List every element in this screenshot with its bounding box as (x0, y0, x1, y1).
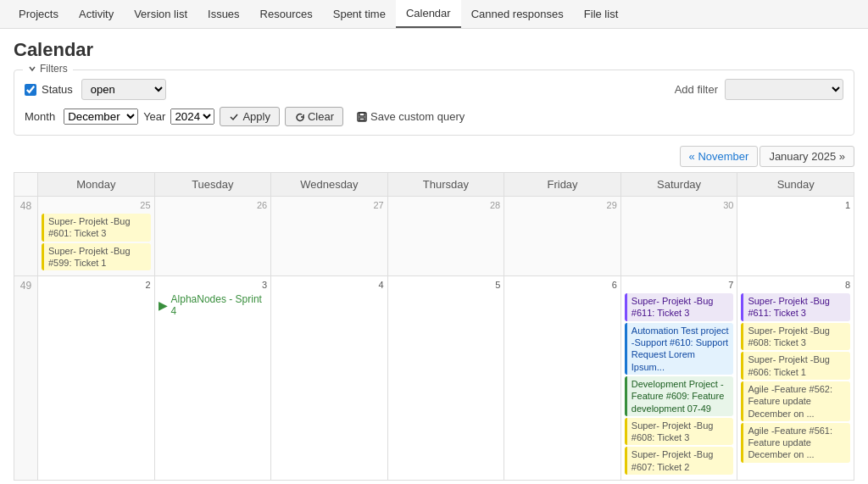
calendar-day: 1 (737, 197, 854, 276)
page-content: Calendar Filters Add filter Status open … (0, 29, 868, 484)
nav-resources[interactable]: Resources (250, 1, 323, 27)
calendar-event[interactable]: Super- Projekt -Bug #606: Ticket 1 (741, 352, 850, 380)
apply-button[interactable]: Apply (220, 107, 280, 126)
day-number: 8 (741, 280, 850, 290)
calendar-event[interactable]: Super- Projekt -Bug #599: Ticket 1 (42, 243, 151, 271)
nav-projects[interactable]: Projects (8, 1, 69, 27)
calendar-day: 27 (271, 197, 388, 276)
week-num-header (14, 173, 38, 197)
clear-label: Clear (308, 110, 334, 123)
calendar-event[interactable]: Super- Projekt -Bug #611: Ticket 3 (625, 293, 734, 321)
sprint-item[interactable]: ▶AlphaNodes - Sprint 4 (159, 293, 268, 317)
nav-issues[interactable]: Issues (198, 1, 250, 27)
header-wednesday: Wednesday (271, 173, 388, 197)
day-number: 26 (159, 200, 268, 210)
month-select[interactable]: JanuaryFebruaryMarchApril MayJuneJulyAug… (64, 108, 138, 125)
day-number: 1 (741, 200, 850, 210)
calendar-event[interactable]: Automation Test project -Support #610: S… (625, 323, 734, 375)
add-filter-label: Add filter (675, 83, 718, 96)
save-query-button[interactable]: Save custom query (348, 108, 473, 125)
header-saturday: Saturday (620, 173, 737, 197)
nav-canned-responses[interactable]: Canned responses (461, 1, 574, 27)
calendar-event[interactable]: Super- Projekt -Bug #608: Ticket 3 (625, 418, 734, 446)
header-tuesday: Tuesday (154, 173, 271, 197)
next-month-link[interactable]: January 2025 » (760, 146, 854, 167)
year-label: Year (143, 110, 165, 123)
nav-version-list[interactable]: Version list (124, 1, 198, 27)
nav-file-list[interactable]: File list (574, 1, 628, 27)
header-thursday: Thursday (387, 173, 504, 197)
calendar-table: Monday Tuesday Wednesday Thursday Friday… (14, 172, 854, 481)
calendar-day: 3▶AlphaNodes - Sprint 4 (154, 276, 271, 481)
calendar-day: 30 (620, 197, 737, 276)
calendar-event[interactable]: Super- Projekt -Bug #607: Ticket 2 (625, 447, 734, 475)
calendar-day: 4 (271, 276, 388, 481)
prev-month-link[interactable]: « November (680, 146, 759, 167)
nav-spent-time[interactable]: Spent time (323, 1, 396, 27)
day-number: 4 (275, 280, 384, 290)
header-friday: Friday (504, 173, 621, 197)
calendar-day: 5 (387, 276, 504, 481)
page-title: Calendar (14, 39, 854, 61)
calendar-day: 26 (154, 197, 271, 276)
clear-button[interactable]: Clear (285, 107, 343, 126)
day-number: 3 (159, 280, 268, 290)
calendar-event[interactable]: Agile -Feature #561: Feature update Dece… (741, 423, 850, 463)
calendar-day: 8Super- Projekt -Bug #611: Ticket 3Super… (737, 276, 854, 481)
month-label: Month (25, 110, 55, 123)
status-filter-label: Status (25, 83, 73, 96)
status-select[interactable]: open closed all (81, 79, 166, 100)
header-monday: Monday (38, 173, 155, 197)
header-sunday: Sunday (737, 173, 854, 197)
day-number: 6 (508, 280, 617, 290)
week-number: 48 (14, 197, 38, 276)
day-number: 2 (42, 280, 151, 290)
day-number: 7 (625, 280, 734, 290)
month-nav: « November January 2025 » (14, 146, 854, 167)
filters-toggle-label: Filters (40, 63, 68, 75)
filters-toggle[interactable]: Filters (23, 63, 73, 75)
apply-label: Apply (242, 110, 270, 123)
svg-rect-1 (359, 113, 364, 116)
calendar-day: 28 (387, 197, 504, 276)
add-filter-select[interactable] (725, 79, 843, 100)
calendar-event[interactable]: Super- Projekt -Bug #601: Ticket 3 (42, 214, 151, 242)
day-number: 27 (275, 200, 384, 210)
nav-activity[interactable]: Activity (69, 1, 124, 27)
calendar-day: 25Super- Projekt -Bug #601: Ticket 3Supe… (38, 197, 155, 276)
top-nav: Projects Activity Version list Issues Re… (0, 0, 868, 29)
save-label: Save custom query (370, 110, 465, 123)
calendar-day: 6 (504, 276, 621, 481)
add-filter-row: Add filter (675, 79, 843, 100)
calendar-event[interactable]: Development Project - Feature #609: Feat… (625, 376, 734, 416)
calendar-wrapper: Monday Tuesday Wednesday Thursday Friday… (14, 172, 854, 481)
calendar-day: 7Super- Projekt -Bug #611: Ticket 3Autom… (620, 276, 737, 481)
day-number: 28 (392, 200, 501, 210)
week-number: 49 (14, 276, 38, 481)
status-checkbox[interactable] (25, 84, 36, 96)
calendar-event[interactable]: Super- Projekt -Bug #611: Ticket 3 (741, 293, 850, 321)
day-number: 5 (392, 280, 501, 290)
calendar-event[interactable]: Agile -Feature #562: Feature update Dece… (741, 381, 850, 421)
calendar-day: 2 (38, 276, 155, 481)
day-number: 29 (508, 200, 617, 210)
day-number: 30 (625, 200, 734, 210)
svg-rect-2 (359, 118, 364, 120)
calendar-day: 29 (504, 197, 621, 276)
calendar-event[interactable]: Super- Projekt -Bug #608: Ticket 3 (741, 323, 850, 351)
nav-calendar[interactable]: Calendar (396, 0, 461, 28)
sprint-icon: ▶ (159, 298, 168, 312)
status-label-text: Status (42, 83, 73, 96)
year-select[interactable]: 2022202320242025 (170, 108, 214, 125)
filters-section: Filters Add filter Status open closed al… (14, 70, 854, 136)
sprint-label: AlphaNodes - Sprint 4 (171, 293, 268, 317)
filter-actions: Month JanuaryFebruaryMarchApril MayJuneJ… (25, 107, 843, 126)
day-number: 25 (42, 200, 151, 210)
